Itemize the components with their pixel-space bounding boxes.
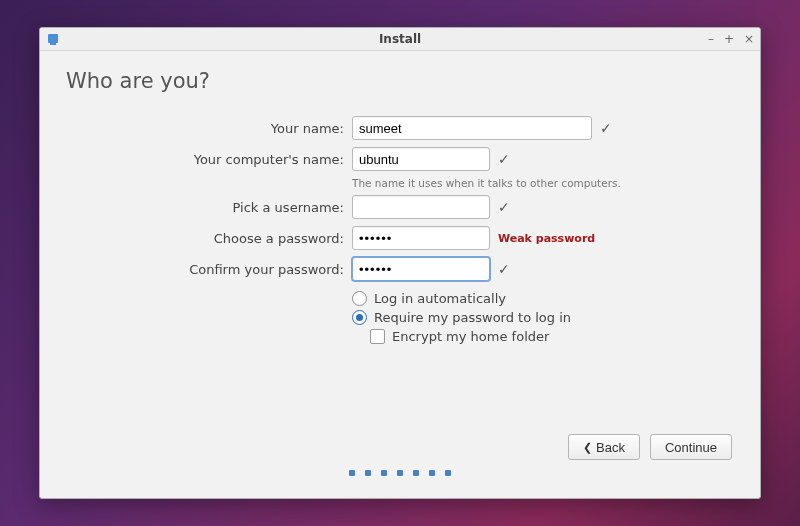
chevron-left-icon: ❮ (583, 442, 592, 453)
password-label: Choose a password: (66, 231, 352, 246)
password-strength: Weak password (498, 232, 595, 245)
window-title: Install (40, 32, 760, 46)
check-icon: ✓ (498, 262, 510, 276)
page-title: Who are you? (66, 69, 734, 93)
encrypt-home-checkbox[interactable] (370, 329, 385, 344)
confirm-password-input[interactable] (352, 257, 490, 281)
computer-name-input[interactable] (352, 147, 490, 171)
check-icon: ✓ (498, 200, 510, 214)
username-input[interactable] (352, 195, 490, 219)
login-require-label: Require my password to log in (374, 310, 571, 325)
check-icon: ✓ (498, 152, 510, 166)
progress-dot (429, 470, 435, 476)
continue-button[interactable]: Continue (650, 434, 732, 460)
app-icon (46, 32, 60, 46)
progress-dot (397, 470, 403, 476)
back-button[interactable]: ❮ Back (568, 434, 640, 460)
svg-rect-1 (50, 42, 56, 45)
confirm-password-label: Confirm your password: (66, 262, 352, 277)
check-icon: ✓ (600, 121, 612, 135)
progress-dot (365, 470, 371, 476)
svg-rect-0 (48, 34, 58, 43)
login-auto-radio[interactable] (352, 291, 367, 306)
login-auto-label: Log in automatically (374, 291, 506, 306)
back-button-label: Back (596, 440, 625, 455)
maximize-button[interactable]: + (724, 33, 734, 45)
password-input[interactable] (352, 226, 490, 250)
titlebar: Install – + × (40, 28, 760, 51)
name-label: Your name: (66, 121, 352, 136)
progress-dot (349, 470, 355, 476)
minimize-button[interactable]: – (708, 33, 714, 45)
name-input[interactable] (352, 116, 592, 140)
continue-button-label: Continue (665, 440, 717, 455)
installer-window: Install – + × Who are you? Your name: ✓ … (39, 27, 761, 499)
progress-dot (381, 470, 387, 476)
progress-dot (413, 470, 419, 476)
close-button[interactable]: × (744, 33, 754, 45)
user-form: Your name: ✓ Your computer's name: ✓ The… (66, 115, 734, 428)
computer-name-label: Your computer's name: (66, 152, 352, 167)
computer-name-help: The name it uses when it talks to other … (352, 177, 734, 189)
encrypt-home-label: Encrypt my home folder (392, 329, 549, 344)
progress-indicator (66, 462, 734, 486)
login-require-radio[interactable] (352, 310, 367, 325)
username-label: Pick a username: (66, 200, 352, 215)
progress-dot (445, 470, 451, 476)
